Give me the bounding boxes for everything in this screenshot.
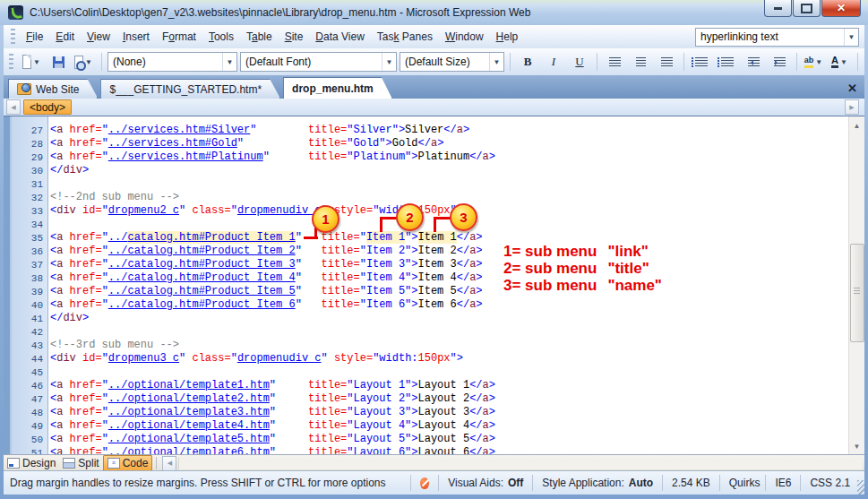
code-line[interactable]: 29<a href="../services.htm#Platinum" tit…: [4, 151, 849, 164]
chevron-down-icon[interactable]: ▼: [813, 58, 824, 66]
decrease-indent-button[interactable]: [742, 52, 765, 72]
code-line-text[interactable]: <!--3rd sub menu -->: [50, 339, 179, 352]
menu-item-format[interactable]: Format: [156, 28, 202, 46]
code-line[interactable]: 46<a href="../optional/template1.htm" ti…: [4, 379, 849, 392]
menu-item-tools[interactable]: Tools: [202, 28, 240, 46]
italic-button[interactable]: I: [542, 52, 565, 72]
style-combo[interactable]: (None)▼: [107, 52, 237, 72]
code-line-text[interactable]: <a href="../optional/template2.htm" titl…: [50, 392, 495, 406]
chevron-down-icon[interactable]: ▼: [838, 58, 849, 66]
code-line[interactable]: 31: [4, 177, 849, 191]
vertical-scrollbar[interactable]: ▲ ▼: [848, 116, 864, 455]
resize-grip[interactable]: [857, 480, 864, 495]
quicktag-scroll-right-button[interactable]: ▶: [845, 99, 859, 115]
code-line[interactable]: 35<a href="../catalog.htm#Product_Item_1…: [4, 231, 849, 245]
code-view-button[interactable]: ≡Code: [103, 455, 153, 471]
align-left-button[interactable]: [603, 52, 626, 72]
code-line-text[interactable]: <a href="../catalog.htm#Product_Item_4" …: [50, 271, 483, 285]
design-view-button[interactable]: Design: [4, 456, 59, 470]
tab--getting-started-htm-[interactable]: $___GETTING_STARTED.htm*: [100, 79, 280, 99]
code-line-text[interactable]: <a href="../catalog.htm#Product_Item_2" …: [50, 245, 483, 258]
scroll-up-button[interactable]: ▲: [849, 118, 864, 133]
code-line-text[interactable]: <a href="../catalog.htm#Product_Item_5" …: [50, 285, 483, 298]
increase-indent-button[interactable]: [768, 52, 791, 72]
code-line-text[interactable]: <a href="../services.htm#Platinum" title…: [50, 151, 495, 164]
code-line[interactable]: 49<a href="../optional/template4.htm" ti…: [4, 419, 849, 433]
body-tag-chip[interactable]: <body>: [23, 99, 72, 115]
code-line[interactable]: 27<a href="../services.htm#Silver" title…: [4, 124, 849, 137]
code-line-text[interactable]: </div>: [50, 312, 89, 325]
preview-in-browser-button[interactable]: ▼: [73, 52, 96, 72]
font-color-button[interactable]: A▼: [829, 52, 852, 72]
code-line[interactable]: 45: [4, 366, 849, 379]
code-line[interactable]: 43<!--3rd sub menu -->: [4, 339, 849, 352]
menu-item-insert[interactable]: Insert: [116, 28, 156, 46]
code-line[interactable]: 38<a href="../catalog.htm#Product_Item_4…: [4, 271, 849, 285]
chevron-down-icon[interactable]: ▼: [489, 53, 503, 71]
highlight-color-button[interactable]: ab▼: [803, 52, 826, 72]
toolbar-drag-handle[interactable]: [9, 54, 13, 70]
code-line[interactable]: 30</div>: [4, 164, 849, 177]
code-line[interactable]: 47<a href="../optional/template2.htm" ti…: [4, 392, 849, 406]
help-search-combo[interactable]: hyperlinking text ▼: [695, 28, 859, 47]
insert-table-button[interactable]: [864, 52, 868, 72]
code-line[interactable]: 34: [4, 218, 849, 231]
menu-item-site[interactable]: Site: [279, 28, 310, 46]
menu-item-edit[interactable]: Edit: [49, 28, 81, 46]
split-view-button[interactable]: Split: [59, 456, 102, 470]
title-bar[interactable]: C:\Users\Colin\Desktop\gen7_v2\3.website…: [0, 0, 868, 25]
browser-target-indicator[interactable]: IE6: [769, 477, 796, 489]
scroll-down-button[interactable]: ▼: [849, 439, 864, 453]
menubar-drag-handle[interactable]: [11, 29, 15, 45]
menu-item-help[interactable]: Help: [490, 28, 525, 46]
code-line-text[interactable]: <!--2nd sub menu -->: [50, 191, 179, 204]
code-line[interactable]: 32<!--2nd sub menu -->: [4, 191, 849, 204]
tab-drop-menu-htm[interactable]: drop_menu.htm: [283, 77, 392, 99]
close-button[interactable]: ✕: [821, 0, 861, 17]
code-line[interactable]: 39<a href="../catalog.htm#Product_Item_5…: [4, 285, 849, 298]
minimize-button[interactable]: [764, 0, 792, 17]
menu-item-view[interactable]: View: [81, 28, 116, 46]
menu-item-table[interactable]: Table: [240, 28, 279, 46]
code-line[interactable]: 40<a href="../catalog.htm#Product_Item_6…: [4, 298, 849, 312]
code-view-pane[interactable]: 27<a href="../services.htm#Silver" title…: [4, 116, 864, 455]
code-line-text[interactable]: <div id="dropmenu3_c" class="dropmenudiv…: [50, 352, 463, 366]
font-size-combo[interactable]: (Default Size)▼: [400, 52, 504, 72]
code-line[interactable]: 42: [4, 325, 849, 339]
code-line[interactable]: 41</div>: [4, 312, 849, 325]
underline-button[interactable]: U: [568, 52, 591, 72]
new-document-button[interactable]: ▼: [21, 52, 44, 72]
align-center-button[interactable]: [629, 52, 652, 72]
style-application-indicator[interactable]: Style Application: Auto: [537, 477, 658, 489]
code-line[interactable]: 33<div id="dropmenu2_c" class="dropmenud…: [4, 204, 849, 218]
chevron-down-icon[interactable]: ▼: [844, 29, 858, 46]
quicktag-scroll-left-button[interactable]: ◀: [6, 99, 21, 115]
menu-item-file[interactable]: File: [20, 28, 49, 46]
chevron-down-icon[interactable]: ▼: [222, 53, 236, 71]
code-line-text[interactable]: </div>: [50, 164, 89, 177]
menu-item-task-panes[interactable]: Task Panes: [371, 28, 439, 46]
bullet-list-button[interactable]: [716, 52, 739, 72]
font-combo[interactable]: (Default Font)▼: [240, 52, 397, 72]
doctype-mode-indicator[interactable]: Quirks: [724, 477, 766, 489]
code-line-text[interactable]: <div id="dropmenu2_c" class="dropmenudiv…: [50, 204, 463, 218]
save-button[interactable]: [47, 52, 70, 72]
css-schema-indicator[interactable]: CSS 2.1: [804, 477, 855, 489]
bold-button[interactable]: B: [516, 52, 539, 72]
tab-web-site[interactable]: Web Site: [8, 79, 98, 99]
visual-aids-indicator[interactable]: Visual Aids: Off: [443, 477, 529, 489]
code-line-text[interactable]: <a href="../optional/template4.htm" titl…: [50, 419, 495, 433]
code-editor[interactable]: 27<a href="../services.htm#Silver" title…: [4, 124, 849, 455]
code-line[interactable]: 44<div id="dropmenu3_c" class="dropmenud…: [4, 352, 849, 366]
code-line-text[interactable]: <a href="../services.htm#Silver" title="…: [50, 124, 469, 137]
chevron-down-icon[interactable]: ▼: [382, 53, 396, 71]
align-right-button[interactable]: [655, 52, 678, 72]
code-line[interactable]: 48<a href="../optional/template3.htm" ti…: [4, 406, 849, 419]
code-line[interactable]: 37<a href="../catalog.htm#Product_Item_3…: [4, 258, 849, 271]
code-line[interactable]: 36<a href="../catalog.htm#Product_Item_2…: [4, 245, 849, 258]
code-line[interactable]: 50<a href="../optional/template5.htm" ti…: [4, 433, 849, 446]
code-line-text[interactable]: <a href="../catalog.htm#Product_Item_1" …: [50, 231, 483, 245]
menu-item-window[interactable]: Window: [439, 28, 490, 46]
menu-item-data-view[interactable]: Data View: [309, 28, 370, 46]
code-line-text[interactable]: <a href="../catalog.htm#Product_Item_3" …: [50, 258, 483, 271]
